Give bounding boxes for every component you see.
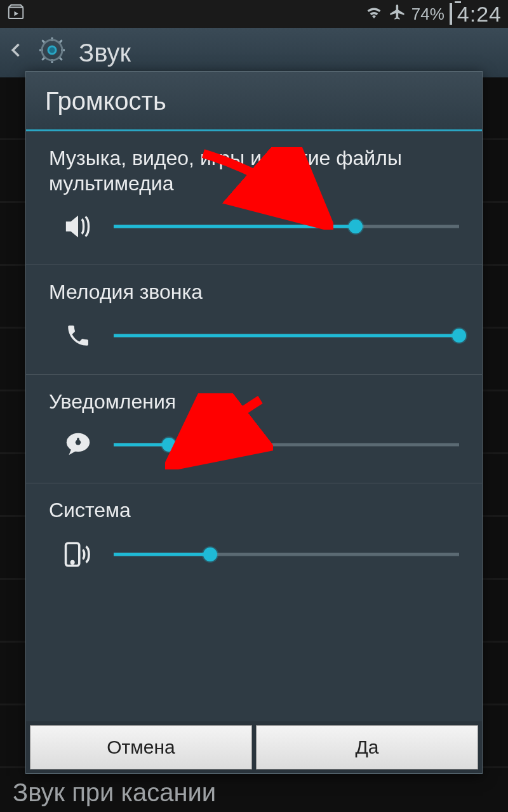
- settings-titlebar: Звук: [0, 28, 508, 77]
- background-row-label: Звук при касании: [13, 778, 216, 807]
- ok-button[interactable]: Да: [256, 725, 478, 769]
- phone-icon: [60, 322, 96, 349]
- airplane-icon: [389, 3, 406, 25]
- svg-point-1: [48, 46, 56, 54]
- volume-section-notifications: Уведомления: [26, 375, 482, 483]
- cancel-button[interactable]: Отмена: [30, 725, 252, 769]
- volume-section-system: Система: [26, 483, 482, 594]
- volume-section-media: Музыка, видео, игры и другие файлы мульт…: [26, 131, 482, 265]
- status-bar: 74% 4:24: [0, 0, 508, 28]
- volume-label-notifications: Уведомления: [49, 389, 459, 414]
- volume-slider-system[interactable]: [114, 549, 459, 560]
- battery-percent: 74%: [411, 4, 444, 24]
- dialog-button-row: Отмена Да: [26, 721, 482, 773]
- device-sound-icon: [60, 540, 96, 568]
- wifi-icon: [364, 3, 384, 26]
- volume-label-media: Музыка, видео, игры и другие файлы мульт…: [49, 145, 459, 196]
- svg-point-7: [71, 561, 74, 564]
- svg-rect-5: [77, 438, 79, 441]
- volume-label-system: Система: [49, 497, 459, 523]
- volume-slider-media[interactable]: [114, 221, 459, 232]
- speaker-icon: [60, 214, 96, 239]
- play-store-icon: [6, 3, 25, 26]
- battery-icon: [450, 4, 452, 24]
- settings-gear-icon: [37, 35, 67, 71]
- volume-dialog: Громкость Музыка, видео, игры и другие ф…: [25, 71, 483, 774]
- screen-title: Звук: [79, 39, 131, 67]
- volume-label-ringtone: Мелодия звонка: [49, 279, 459, 304]
- volume-slider-ringtone[interactable]: [114, 330, 459, 341]
- status-clock: 4:24: [457, 2, 502, 27]
- notification-bubble-icon: [60, 432, 96, 457]
- dialog-title: Громкость: [26, 72, 482, 131]
- dialog-body: Музыка, видео, игры и другие файлы мульт…: [26, 131, 482, 721]
- back-icon[interactable]: [8, 37, 25, 69]
- volume-slider-notifications[interactable]: [114, 439, 459, 450]
- volume-section-ringtone: Мелодия звонка: [26, 265, 482, 375]
